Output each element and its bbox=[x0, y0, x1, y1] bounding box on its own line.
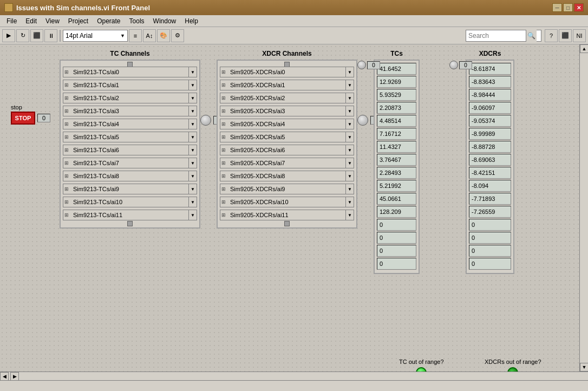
tc-channel-dropdown-4[interactable]: ▼ bbox=[188, 119, 197, 129]
scroll-down-arrow[interactable]: ▼ bbox=[580, 363, 588, 372]
tc-channel-input-9[interactable]: ⊞ Sim9213-TCs/ai9 bbox=[63, 184, 188, 194]
xdcr-channel-input-11[interactable]: ⊞ Sim9205-XDCRs/ai11 bbox=[220, 210, 345, 220]
tc-channels-list: ⊞ Sim9213-TCs/ai0 ▼ ⊞ Sim9213-TCs/ai1 ▼ … bbox=[60, 60, 200, 229]
xdcr-channel-dropdown-3[interactable]: ▼ bbox=[345, 106, 354, 116]
xdcrs-knob[interactable] bbox=[449, 61, 458, 69]
menu-view[interactable]: View bbox=[41, 16, 64, 26]
xdcr-channel-input-2[interactable]: ⊞ Sim9205-XDCRs/ai2 bbox=[220, 93, 345, 103]
xdcr-channel-dropdown-8[interactable]: ▼ bbox=[345, 171, 354, 181]
menu-project[interactable]: Project bbox=[64, 16, 93, 26]
tc-channel-dropdown-5[interactable]: ▼ bbox=[188, 132, 197, 142]
title-bar-controls: ─ □ ✕ bbox=[552, 3, 584, 12]
scroll-left-arrow[interactable]: ◀ bbox=[0, 372, 9, 380]
extra-button[interactable]: ⚙ bbox=[171, 29, 184, 42]
tc-channel-input-11[interactable]: ⊞ Sim9213-TCs/ai11 bbox=[63, 210, 188, 220]
xdcr-channel-dropdown-1[interactable]: ▼ bbox=[345, 80, 354, 90]
run-arrow-button[interactable]: ▶ bbox=[2, 29, 15, 42]
xdcr-channel-input-5[interactable]: ⊞ Sim9205-XDCRs/ai5 bbox=[220, 132, 345, 142]
maximize-button[interactable]: □ bbox=[563, 3, 573, 12]
xdcr-channel-dropdown-11[interactable]: ▼ bbox=[345, 210, 354, 220]
xdcr-channel-input-6[interactable]: ⊞ Sim9205-XDCRs/ai6 bbox=[220, 145, 345, 155]
xdcr-channel-dropdown-0[interactable]: ▼ bbox=[345, 67, 354, 77]
tcs-knob[interactable] bbox=[357, 61, 366, 69]
xdcr-channel-input-4[interactable]: ⊞ Sim9205-XDCRs/ai4 bbox=[220, 119, 345, 129]
text-align-button[interactable]: ≡ bbox=[129, 29, 142, 42]
search-input[interactable] bbox=[466, 32, 526, 40]
stop-button[interactable]: STOP bbox=[11, 112, 35, 125]
tc-channel-dropdown-3[interactable]: ▼ bbox=[188, 106, 197, 116]
text-size-button[interactable]: A↕ bbox=[143, 29, 156, 42]
tc-channel-dropdown-0[interactable]: ▼ bbox=[188, 67, 197, 77]
tc-channel-input-1[interactable]: ⊞ Sim9213-TCs/ai1 bbox=[63, 80, 188, 90]
minimize-button[interactable]: ─ bbox=[552, 3, 562, 12]
tc-knob[interactable] bbox=[200, 115, 211, 126]
right-scrollbar[interactable]: ▲ ▼ bbox=[579, 44, 588, 380]
scroll-right-arrow[interactable]: ▶ bbox=[10, 372, 19, 380]
channel-icon-8: ⊞ bbox=[64, 173, 69, 179]
xdcr-scroll-bottom[interactable] bbox=[284, 221, 290, 226]
tc-channel-input-4[interactable]: ⊞ Sim9213-TCs/ai4 bbox=[63, 119, 188, 129]
abort-button[interactable]: ⬛ bbox=[30, 29, 43, 42]
xdcr-channel-dropdown-2[interactable]: ▼ bbox=[345, 93, 354, 103]
tc-channel-input-7[interactable]: ⊞ Sim9213-TCs/ai7 bbox=[63, 158, 188, 168]
xdcr-channel-input-9[interactable]: ⊞ Sim9205-XDCRs/ai9 bbox=[220, 184, 345, 194]
xdcr-channel-dropdown-4[interactable]: ▼ bbox=[345, 119, 354, 129]
close-button[interactable]: ✕ bbox=[574, 3, 584, 12]
xdcr-channel-dropdown-6[interactable]: ▼ bbox=[345, 145, 354, 155]
tc-channel-input-10[interactable]: ⊞ Sim9213-TCs/ai10 bbox=[63, 197, 188, 207]
xdcr-channel-dropdown-10[interactable]: ▼ bbox=[345, 197, 354, 207]
channel-icon-11: ⊞ bbox=[64, 212, 69, 218]
xdcr-channel-input-8[interactable]: ⊞ Sim9205-XDCRs/ai8 bbox=[220, 171, 345, 181]
pause-button[interactable]: ⏸ bbox=[44, 29, 57, 42]
xdcr-channel-input-3[interactable]: ⊞ Sim9205-XDCRs/ai3 bbox=[220, 106, 345, 116]
tc-channel-dropdown-2[interactable]: ▼ bbox=[188, 93, 197, 103]
tc-channel-dropdown-10[interactable]: ▼ bbox=[188, 197, 197, 207]
color-button[interactable]: 🎨 bbox=[157, 29, 170, 42]
xdcr-channel-input-1[interactable]: ⊞ Sim9205-XDCRs/ai1 bbox=[220, 80, 345, 90]
xdcr-knob[interactable] bbox=[357, 115, 368, 126]
tcs-value-item-10: 45.0661 bbox=[377, 193, 416, 205]
xdcr-channel-input-10[interactable]: ⊞ Sim9205-XDCRs/ai10 bbox=[220, 197, 345, 207]
tc-channel-input-5[interactable]: ⊞ Sim9213-TCs/ai5 bbox=[63, 132, 188, 142]
tcs-value-item-2: 5.93529 bbox=[377, 89, 416, 101]
tc-channel-dropdown-1[interactable]: ▼ bbox=[188, 80, 197, 90]
menu-window[interactable]: Window bbox=[149, 16, 181, 26]
tc-channel-value-9: Sim9213-TCs/ai9 bbox=[73, 186, 119, 192]
tcs-value-item-12: 0 bbox=[377, 219, 416, 231]
tc-channel-dropdown-7[interactable]: ▼ bbox=[188, 158, 197, 168]
tc-channel-item: ⊞ Sim9213-TCs/ai11 ▼ bbox=[63, 209, 197, 221]
tc-channel-value-2: Sim9213-TCs/ai2 bbox=[73, 95, 119, 101]
xdcrs-label: XDCRs bbox=[466, 50, 514, 57]
tcs-value-item-5: 7.16712 bbox=[377, 128, 416, 140]
run-continuously-button[interactable]: ↻ bbox=[16, 29, 29, 42]
menu-operate[interactable]: Operate bbox=[93, 16, 125, 26]
font-selector[interactable]: 14pt Arial ▼ bbox=[63, 30, 128, 42]
tc-channel-input-8[interactable]: ⊞ Sim9213-TCs/ai8 bbox=[63, 171, 188, 181]
xdcr-channel-input-0[interactable]: ⊞ Sim9205-XDCRs/ai0 bbox=[220, 67, 345, 77]
search-button[interactable]: 🔍 bbox=[526, 30, 537, 42]
tc-channel-input-0[interactable]: ⊞ Sim9213-TCs/ai0 bbox=[63, 67, 188, 77]
tc-channel-dropdown-8[interactable]: ▼ bbox=[188, 171, 197, 181]
tc-channel-input-3[interactable]: ⊞ Sim9213-TCs/ai3 bbox=[63, 106, 188, 116]
tc-channel-dropdown-9[interactable]: ▼ bbox=[188, 184, 197, 194]
xdcr-channel-dropdown-9[interactable]: ▼ bbox=[345, 184, 354, 194]
menu-edit[interactable]: Edit bbox=[21, 16, 41, 26]
xdcr-channel-value-11: Sim9205-XDCRs/ai11 bbox=[230, 212, 289, 218]
tc-channel-dropdown-11[interactable]: ▼ bbox=[188, 210, 197, 220]
scroll-up-arrow[interactable]: ▲ bbox=[580, 44, 588, 53]
tc-channel-input-2[interactable]: ⊞ Sim9213-TCs/ai2 bbox=[63, 93, 188, 103]
ni-button[interactable]: NI bbox=[573, 29, 586, 42]
xdcrs-value-item-3: -9.06097 bbox=[469, 102, 511, 114]
menu-tools[interactable]: Tools bbox=[125, 16, 149, 26]
menu-help[interactable]: Help bbox=[180, 16, 202, 26]
help-button[interactable]: ? bbox=[545, 29, 558, 42]
bottom-scrollbar[interactable]: ◀ ▶ bbox=[0, 372, 588, 380]
tc-channel-dropdown-6[interactable]: ▼ bbox=[188, 145, 197, 155]
tc-scroll-bottom[interactable] bbox=[127, 221, 133, 226]
tc-channel-input-6[interactable]: ⊞ Sim9213-TCs/ai6 bbox=[63, 145, 188, 155]
xdcr-channel-dropdown-7[interactable]: ▼ bbox=[345, 158, 354, 168]
extra-tools-button[interactable]: ⬛ bbox=[559, 29, 572, 42]
xdcr-channel-dropdown-5[interactable]: ▼ bbox=[345, 132, 354, 142]
menu-file[interactable]: File bbox=[2, 16, 21, 26]
xdcr-channel-input-7[interactable]: ⊞ Sim9205-XDCRs/ai7 bbox=[220, 158, 345, 168]
